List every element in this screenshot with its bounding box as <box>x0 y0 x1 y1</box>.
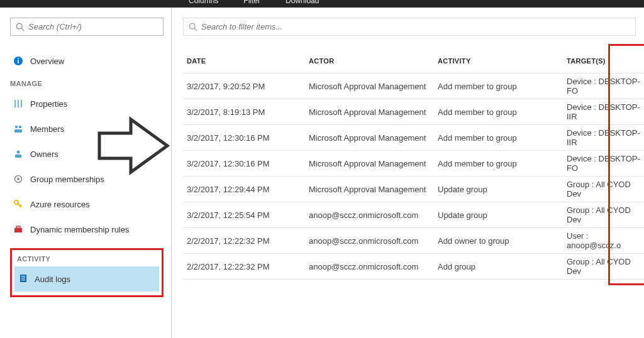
grid-filter-input[interactable] <box>201 22 630 31</box>
cell-activity: Add member to group <box>438 159 567 168</box>
svg-point-8 <box>15 126 18 128</box>
svg-point-14 <box>17 178 19 180</box>
svg-rect-22 <box>21 278 25 278</box>
cell-activity: Add member to group <box>438 107 567 117</box>
cell-actor: Microsoft Approval Management <box>309 133 438 143</box>
svg-point-9 <box>19 126 21 128</box>
table-row[interactable]: 3/2/2017, 8:19:13 PMMicrosoft Approval M… <box>183 99 644 125</box>
svg-rect-19 <box>16 226 20 228</box>
properties-icon <box>13 98 24 109</box>
cell-target: Device : DESKTOP-FO <box>567 77 644 95</box>
svg-rect-23 <box>21 280 25 280</box>
grid-filter[interactable] <box>183 18 636 36</box>
main-panel: DATE ACTOR ACTIVITY TARGET(S) 3/2/2017, … <box>172 8 644 338</box>
svg-point-25 <box>189 23 195 29</box>
members-icon <box>13 123 24 134</box>
sidebar-item-audit-logs[interactable]: Audit logs <box>14 266 159 292</box>
cell-activity: Add owner to group <box>438 236 567 246</box>
cell-activity: Add member to group <box>438 82 567 91</box>
columns-button[interactable]: Columns <box>189 0 218 5</box>
cell-target: Device : DESKTOP-FO <box>567 154 644 173</box>
col-header-activity[interactable]: ACTIVITY <box>438 57 567 65</box>
cell-actor: Microsoft Approval Management <box>309 107 438 117</box>
svg-line-17 <box>20 205 21 206</box>
audit-log-grid: DATE ACTOR ACTIVITY TARGET(S) 3/2/2017, … <box>183 48 644 280</box>
activity-section-label: ACTIVITY <box>17 255 159 263</box>
svg-rect-10 <box>14 129 22 133</box>
sidebar-item-label: Owners <box>30 150 58 159</box>
info-icon <box>13 55 24 67</box>
sidebar-item-label: Audit logs <box>35 275 70 284</box>
gear-icon <box>13 173 24 185</box>
sidebar-overview-label: Overview <box>30 57 64 66</box>
grid-header: DATE ACTOR ACTIVITY TARGET(S) <box>183 48 644 74</box>
cell-date: 2/2/2017, 12:22:32 PM <box>183 262 309 271</box>
cell-date: 3/2/2017, 12:30:16 PM <box>183 159 309 168</box>
svg-rect-4 <box>18 58 19 60</box>
cell-date: 3/2/2017, 9:20:52 PM <box>183 82 309 91</box>
cell-date: 3/2/2017, 12:25:54 PM <box>183 210 309 220</box>
top-command-bar: Columns Filter Download <box>0 0 644 8</box>
cell-target: Device : DESKTOP-IIR <box>567 128 644 147</box>
cell-activity: Update group <box>438 185 567 194</box>
sidebar: Overview MANAGE Properties Members Owner… <box>0 8 172 338</box>
col-header-date[interactable]: DATE <box>183 57 309 65</box>
download-button[interactable]: Download <box>286 0 319 5</box>
table-row[interactable]: 3/2/2017, 12:29:44 PMMicrosoft Approval … <box>183 177 644 202</box>
sidebar-item-members[interactable]: Members <box>10 116 164 141</box>
table-row[interactable]: 3/2/2017, 12:30:16 PMMicrosoft Approval … <box>183 151 644 177</box>
sidebar-item-properties[interactable]: Properties <box>10 91 164 116</box>
cell-date: 3/2/2017, 8:19:13 PM <box>183 107 309 117</box>
key-icon <box>13 199 24 210</box>
cell-date: 3/2/2017, 12:29:44 PM <box>183 185 309 194</box>
svg-point-11 <box>17 151 20 154</box>
toolbox-icon <box>13 224 24 235</box>
svg-line-26 <box>194 28 197 31</box>
table-row[interactable]: 3/2/2017, 9:20:52 PMMicrosoft Approval M… <box>183 74 644 99</box>
cell-target: Device : DESKTOP-IIR <box>567 102 644 121</box>
col-header-actor[interactable]: ACTOR <box>309 57 438 65</box>
sidebar-item-label: Properties <box>30 99 67 109</box>
sidebar-search[interactable] <box>10 18 164 36</box>
sidebar-item-group-memberships[interactable]: Group memberships <box>10 166 164 192</box>
svg-rect-21 <box>21 276 25 276</box>
table-row[interactable]: 3/2/2017, 12:25:54 PManoop@sccz.onmicros… <box>183 202 644 228</box>
search-icon <box>16 23 25 31</box>
svg-rect-18 <box>14 228 22 232</box>
svg-line-1 <box>21 28 24 31</box>
table-row[interactable]: 3/2/2017, 12:30:16 PMMicrosoft Approval … <box>183 125 644 151</box>
cell-actor: Microsoft Approval Management <box>309 159 438 168</box>
sidebar-item-dynamic-rules[interactable]: Dynamic membership rules <box>10 217 164 242</box>
sidebar-item-label: Azure resources <box>30 200 90 209</box>
svg-rect-3 <box>18 60 19 64</box>
table-row[interactable]: 2/2/2017, 12:22:32 PManoop@sccz.onmicros… <box>183 228 644 254</box>
cell-date: 2/2/2017, 12:22:32 PM <box>183 236 309 246</box>
sidebar-search-input[interactable] <box>28 22 158 31</box>
cell-actor: anoop@sccz.onmicrosoft.com <box>309 236 438 246</box>
sidebar-item-label: Group memberships <box>30 175 104 184</box>
sidebar-item-owners[interactable]: Owners <box>10 141 164 166</box>
sidebar-overview[interactable]: Overview <box>10 48 164 74</box>
svg-rect-6 <box>18 100 19 107</box>
cell-target: Group : All CYOD Dev <box>567 205 644 224</box>
filter-button[interactable]: Filter <box>243 0 260 5</box>
cell-activity: Update group <box>438 210 567 220</box>
svg-rect-7 <box>21 100 22 107</box>
sidebar-item-label: Members <box>30 124 64 134</box>
search-icon <box>189 23 197 31</box>
cell-date: 3/2/2017, 12:30:16 PM <box>183 133 309 143</box>
activity-section-highlight: ACTIVITY Audit logs <box>10 248 164 297</box>
manage-section-label: MANAGE <box>10 80 164 87</box>
sidebar-item-label: Dynamic membership rules <box>30 225 130 234</box>
cell-actor: anoop@sccz.onmicrosoft.com <box>309 262 438 271</box>
svg-rect-12 <box>15 155 21 158</box>
svg-rect-5 <box>14 100 16 107</box>
cell-target: Group : All CYOD Dev <box>567 180 644 199</box>
owners-icon <box>13 148 24 160</box>
log-icon <box>18 273 28 285</box>
cell-target: User : anoop@sccz.o <box>567 231 644 250</box>
col-header-target[interactable]: TARGET(S) <box>567 57 644 65</box>
table-row[interactable]: 2/2/2017, 12:22:32 PManoop@sccz.onmicros… <box>183 254 644 280</box>
sidebar-item-azure-resources[interactable]: Azure resources <box>10 192 164 217</box>
cell-activity: Add member to group <box>438 133 567 143</box>
